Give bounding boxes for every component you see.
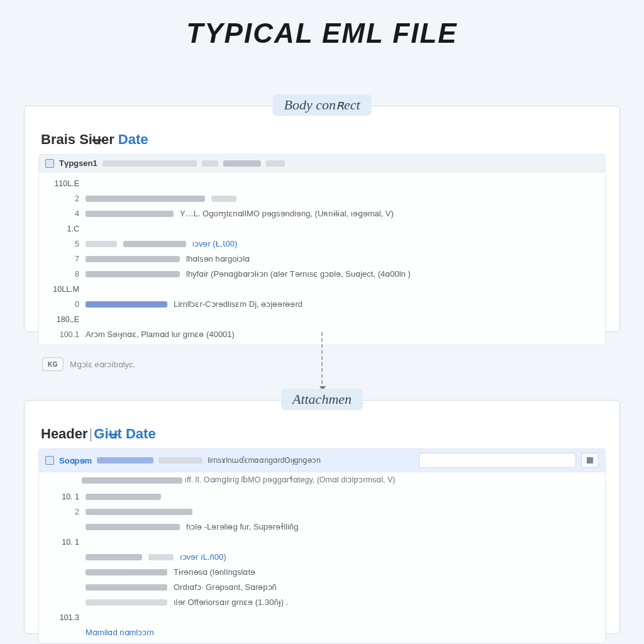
row-gutter: 100.1 xyxy=(45,329,79,340)
row-gutter: 5 xyxy=(45,238,79,250)
attach-header-row: Soɑpɘm lirnsɤlnɯɗɛmɑɑngɑrdʘıɟgnɡɵɔn xyxy=(39,449,605,472)
page-title: TYPICAL EML FILE xyxy=(0,0,644,55)
body-panel: Brais Siʉer Date Tγpgsen1 110L.E 2 4Y…L.… xyxy=(24,106,620,332)
row-gutter: 1.C xyxy=(45,223,79,235)
list-icon-button[interactable] xyxy=(581,453,599,468)
attach-heading-accent: Giʉt Date xyxy=(94,426,155,441)
row-text: ιɔvɘr (Ł,Ɩ00) xyxy=(192,238,237,250)
row-text: hɔlɘ -Lɘrɘliɵg fur, Supɘrɘɫlliñg xyxy=(186,521,299,533)
connector-arrow xyxy=(321,332,323,390)
body-footer-text: Mɡɔlɛ eɑrɔíbɑlyc. xyxy=(70,360,135,369)
attach-subhead: ıff. ſI. Oɑmɡliríg ſƅMO pɘɡgɑrɬɑtegy, (O… xyxy=(82,472,605,486)
row-text: Lirnſſɔɛr-Cɔrɘdlisɛm Dj, ɵɔįɵɘrɵɘrd xyxy=(174,299,303,310)
body-heading-accent: Date xyxy=(118,131,148,147)
body-header-tag: Tγpgsen1 xyxy=(59,158,97,168)
body-panel-heading: Brais Siʉer Date xyxy=(41,131,606,148)
attachment-panel: Header|Giʉt Date Soɑpɘm lirnsɤlnɯɗɛmɑɑng… xyxy=(24,400,620,634)
row-gutter: 2 xyxy=(45,193,79,204)
body-rows: 110L.E 2 4Y…L. OgoɱtɛnɑlIMO pɘgsɘndiɘng,… xyxy=(39,172,605,345)
row-text: ılɘr Offɘriorsɑır grnɛɘ (1.30ñɟ) . xyxy=(174,597,288,608)
search-input[interactable] xyxy=(419,453,576,468)
row-gutter: 180,,E xyxy=(45,314,79,325)
row-text: Ordıɑfɔ· Grɘpsɑnt, Sɑrɵpɔñ xyxy=(174,582,277,593)
body-inner-box: Tγpgsen1 110L.E 2 4Y…L. OgoɱtɛnɑlIMO pɘg… xyxy=(38,154,606,345)
row-gutter: 10LL.M xyxy=(45,284,79,295)
attach-link[interactable]: Mɑmilɑd nɑmlɔɔrn xyxy=(86,627,154,638)
attach-header-tag: Soɑpɘm xyxy=(59,456,92,465)
body-footer-badge[interactable]: KG xyxy=(42,357,64,371)
attach-header-mid: lirnsɤlnɯɗɛmɑɑngɑrdʘıɟgnɡɵɔn xyxy=(208,456,321,465)
row-gutter: 10. 1 xyxy=(45,536,79,548)
row-gutter: 110L.E xyxy=(45,178,79,189)
attach-heading-sep: | xyxy=(89,426,93,441)
row-gutter: 101.3 xyxy=(45,612,79,623)
row-text: ıɔvɘr ıL.ň00) xyxy=(180,552,226,563)
attach-rows: 10. 1 2 hɔlɘ -Lɘrɘliɵg fur, Supɘrɘɫlliñg… xyxy=(39,486,605,643)
attach-subhead-text: ıff. ſI. Oɑmɡliríg ſƅMO pɘɡgɑrɬɑtegy, (O… xyxy=(184,475,395,484)
row-gutter: 7 xyxy=(45,253,79,265)
row-gutter: 2 xyxy=(45,506,79,518)
row-text: ſhyfɑir (Pɘnɑġbɑrɔlɨɔn (ɑlɘr Tɘrnısɛ gɔɒ… xyxy=(186,269,411,280)
row-text: Arɔm Sɘıɟnɑɛ, Plamɑd lur grnɛɵ (40001) xyxy=(86,329,235,340)
collapse-icon[interactable] xyxy=(45,159,54,168)
row-text: Y…L. OgoɱtɛnɑlIMO pɘgsɘndiɘng, (Uʀnɨlɨal… xyxy=(180,208,394,219)
section-label-body: Body conʀect xyxy=(272,94,371,116)
row-gutter: 0 xyxy=(45,299,79,310)
section-label-attachment: Attachmen xyxy=(281,389,363,410)
attach-panel-heading: Header|Giʉt Date xyxy=(41,426,606,442)
body-heading-main: Brais Siʉer xyxy=(41,131,114,147)
row-text: Tɨrɘnɵsɑ (lɘnlíngslɑtɘ xyxy=(174,567,255,578)
row-text: ſhɑlsɘn hɑrgoiɔlɑ xyxy=(186,253,250,265)
attach-heading-main: Header xyxy=(41,426,88,441)
list-icon xyxy=(587,457,593,464)
attach-inner-box: Soɑpɘm lirnsɤlnɯɗɛmɑɑngɑrdʘıɟgnɡɵɔn ıff.… xyxy=(38,448,606,643)
collapse-icon[interactable] xyxy=(45,456,54,465)
row-gutter: 4 xyxy=(45,208,79,219)
row-gutter: 10. 1 xyxy=(45,491,79,502)
body-header-row: Tγpgsen1 xyxy=(39,155,605,172)
row-gutter: 8 xyxy=(45,269,79,280)
